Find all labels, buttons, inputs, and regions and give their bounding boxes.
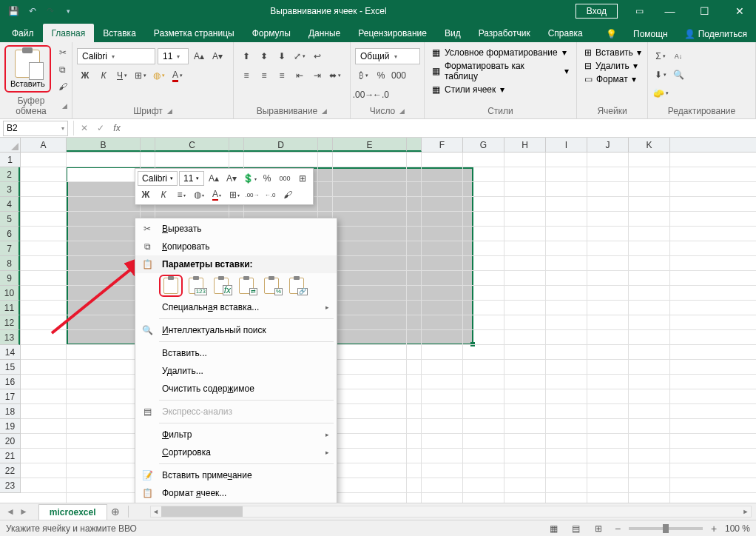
tab-view[interactable]: Вид: [436, 24, 470, 42]
maximize-button[interactable]: ☐: [688, 0, 721, 22]
row-header[interactable]: 6: [0, 227, 20, 241]
row-header[interactable]: 13: [0, 330, 20, 345]
tab-review[interactable]: Рецензирование: [349, 24, 436, 42]
cm-clear-contents[interactable]: Очистить содержимое: [135, 380, 337, 398]
fill-icon[interactable]: ⬇▾: [652, 67, 669, 83]
column-header[interactable]: C: [155, 138, 229, 152]
format-cells-button[interactable]: ▭Формат▾: [581, 73, 639, 85]
mini-currency-icon[interactable]: 💲▾: [241, 171, 257, 186]
clipboard-dialog-launcher-icon[interactable]: ◢: [62, 102, 67, 110]
bold-icon[interactable]: Ж: [77, 67, 93, 84]
sort-filter-icon[interactable]: A↓: [670, 48, 686, 64]
cm-filter[interactable]: Фильтр▸: [135, 426, 337, 443]
row-header[interactable]: 20: [0, 434, 20, 449]
decrease-font-icon[interactable]: A▾: [209, 48, 226, 64]
tab-formulas[interactable]: Формулы: [243, 24, 300, 42]
paste-opt-formatting[interactable]: %: [261, 276, 282, 295]
align-left-icon[interactable]: ≡: [238, 67, 254, 84]
row-header[interactable]: 21: [0, 449, 20, 463]
conditional-formatting-button[interactable]: ▦Условное форматирование▾: [429, 47, 570, 58]
align-center-icon[interactable]: ≡: [256, 67, 272, 84]
find-icon[interactable]: 🔍: [670, 67, 686, 83]
format-painter-icon[interactable]: 🖌: [55, 79, 70, 94]
tab-developer[interactable]: Разработчик: [470, 24, 539, 42]
font-dialog-launcher-icon[interactable]: ◢: [167, 107, 172, 115]
mini-inc-decimal-icon[interactable]: .00→: [244, 187, 260, 202]
font-color-icon[interactable]: A▾: [169, 67, 186, 84]
zoom-level[interactable]: 100 %: [725, 523, 750, 534]
sheet-nav-next-icon[interactable]: ►: [19, 506, 28, 517]
lightbulb-icon[interactable]: 💡: [601, 26, 621, 42]
align-middle-icon[interactable]: ⬍: [256, 48, 272, 64]
mini-size-combo[interactable]: 11▾: [179, 171, 204, 186]
currency-icon[interactable]: ₿▾: [355, 67, 371, 84]
row-header[interactable]: 4: [0, 197, 20, 212]
mini-increase-font-icon[interactable]: A▴: [206, 171, 222, 186]
align-right-icon[interactable]: ≡: [274, 67, 290, 84]
row-header[interactable]: 19: [0, 419, 20, 434]
zoom-slider[interactable]: [629, 527, 703, 530]
align-top-icon[interactable]: ⬆: [238, 48, 254, 64]
row-header[interactable]: 16: [0, 375, 20, 389]
tab-help[interactable]: Справка: [539, 24, 592, 42]
new-sheet-button[interactable]: ⊕: [107, 506, 124, 517]
cells-area[interactable]: [21, 153, 756, 503]
page-layout-view-icon[interactable]: ▤: [568, 522, 584, 535]
mini-format-painter-icon[interactable]: 🖌: [280, 187, 296, 202]
horizontal-scrollbar[interactable]: ◄ ►: [150, 506, 752, 517]
format-as-table-button[interactable]: ▦Форматировать как таблицу▾: [429, 60, 572, 82]
page-break-view-icon[interactable]: ⊞: [590, 522, 607, 535]
column-header[interactable]: [141, 138, 155, 152]
number-dialog-launcher-icon[interactable]: ◢: [399, 107, 405, 115]
column-header[interactable]: F: [422, 138, 463, 152]
paste-opt-values[interactable]: 123: [186, 276, 206, 295]
column-header[interactable]: [407, 138, 422, 152]
increase-font-icon[interactable]: A▴: [191, 48, 207, 64]
cm-paste-special[interactable]: Специальная вставка...▸: [135, 298, 337, 316]
increase-indent-icon[interactable]: ⇥: [309, 67, 325, 84]
mini-comma-icon[interactable]: 000: [277, 171, 293, 186]
qat-customize-icon[interactable]: ▾: [59, 2, 77, 20]
mini-font-color-icon[interactable]: A▾: [209, 187, 225, 202]
mini-percent-icon[interactable]: %: [259, 171, 275, 186]
sheet-tab[interactable]: microexcel: [38, 504, 107, 520]
close-button[interactable]: ✕: [723, 0, 756, 22]
select-all-corner[interactable]: [0, 138, 21, 153]
copy-icon[interactable]: ⧉: [55, 62, 70, 77]
wrap-text-icon[interactable]: ↩: [309, 48, 325, 64]
undo-icon[interactable]: ↶: [24, 2, 41, 20]
row-header[interactable]: 18: [0, 404, 20, 419]
row-header[interactable]: 8: [0, 256, 20, 271]
mini-decrease-font-icon[interactable]: A▾: [223, 171, 240, 186]
fill-color-icon[interactable]: ◍▾: [151, 67, 167, 84]
column-header[interactable]: I: [546, 138, 587, 152]
paste-button[interactable]: Вставить: [7, 48, 48, 90]
row-header[interactable]: 5: [0, 212, 20, 227]
tell-me-button[interactable]: Помощн: [629, 26, 672, 42]
column-header[interactable]: [229, 138, 244, 152]
cell-styles-button[interactable]: ▦Стили ячеек▾: [429, 84, 507, 96]
cut-icon[interactable]: ✂: [55, 45, 70, 60]
mini-fill-color-icon[interactable]: ◍▾: [191, 187, 207, 202]
row-headers[interactable]: 1234567891011121314151617181920212223: [0, 153, 21, 493]
column-header[interactable]: H: [504, 138, 546, 152]
percent-icon[interactable]: %: [373, 67, 389, 84]
column-header[interactable]: E: [333, 138, 407, 152]
ribbon-display-options-icon[interactable]: ▭: [627, 0, 652, 22]
row-header[interactable]: 9: [0, 271, 20, 286]
column-header[interactable]: J: [587, 138, 629, 152]
row-header[interactable]: 12: [0, 315, 20, 330]
tab-file[interactable]: Файл: [3, 24, 43, 42]
decrease-decimal-icon[interactable]: ←.0: [373, 87, 389, 103]
cm-cut[interactable]: ✂Вырезать: [135, 220, 337, 238]
borders-icon[interactable]: ⊞▾: [132, 67, 149, 84]
paste-opt-formulas[interactable]: fx: [211, 276, 232, 295]
hscroll-thumb[interactable]: [161, 506, 243, 517]
cm-format-cells[interactable]: 📋Формат ячеек...: [135, 484, 337, 502]
row-header[interactable]: 2: [0, 167, 20, 182]
merge-icon[interactable]: ⬌▾: [327, 67, 343, 84]
cm-insert[interactable]: Вставить...: [135, 344, 337, 362]
column-header[interactable]: B: [67, 138, 141, 152]
column-header[interactable]: K: [629, 138, 670, 152]
font-size-combo[interactable]: 11▾: [158, 48, 189, 64]
